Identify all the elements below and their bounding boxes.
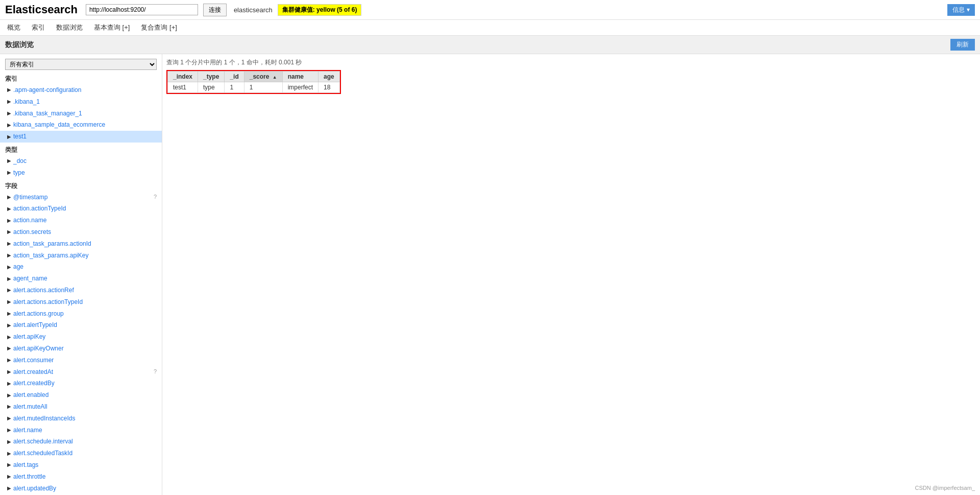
arrow-icon: ▶ [7,275,11,282]
arrow-icon: ▶ [7,310,11,317]
col-age[interactable]: age [318,72,340,82]
arrow-icon: ▶ [7,217,11,224]
arrow-icon: ▶ [7,334,11,341]
sidebar-item-field-alert-actions-group[interactable]: ▶ alert.actions.group [0,308,162,320]
arrow-icon: ▶ [7,380,11,387]
arrow-icon: ▶ [7,415,11,422]
sidebar-item-field-alert-tags[interactable]: ▶ alert.tags [0,459,162,471]
arrow-icon: ▶ [7,228,11,235]
arrow-icon: ▶ [7,357,11,364]
type-section-label: 类型 [0,143,162,155]
sidebar-item-field-action-type-id[interactable]: ▶ action.actionTypeId [0,203,162,215]
sidebar-item-field-action-task-api-key[interactable]: ▶ action_task_params.apiKey [0,250,162,262]
col-score[interactable]: _score ▲ [244,72,282,82]
sidebar-item-kibana1[interactable]: ▶ .kibana_1 [0,96,162,108]
col-type[interactable]: _type [198,72,225,82]
sidebar-item-field-alert-createdat[interactable]: ▶ alert.createdAt ? [0,366,162,378]
sidebar-item-field-action-secrets[interactable]: ▶ action.secrets [0,226,162,238]
sidebar-item-field-alert-throttle[interactable]: ▶ alert.throttle [0,471,162,483]
sidebar-item-field-action-task-action-id[interactable]: ▶ action_task_params.actionId [0,238,162,250]
sidebar: 所有索引 索引 ▶ .apm-agent-configuration ▶ .ki… [0,54,162,495]
arrow-icon: ▶ [7,169,11,176]
arrow-icon: ▶ [7,473,11,480]
sidebar-item-field-alert-actions-actionref[interactable]: ▶ alert.actions.actionRef [0,285,162,296]
sidebar-item-ecommerce[interactable]: ▶ kibana_sample_data_ecommerce [0,119,162,131]
index-select[interactable]: 所有索引 [5,59,157,70]
sidebar-item-field-age[interactable]: ▶ age [0,261,162,273]
sidebar-item-apm[interactable]: ▶ .apm-agent-configuration [0,84,162,96]
nav-indices[interactable]: 索引 [30,22,47,33]
sidebar-item-field-alert-scheduledtaskid[interactable]: ▶ alert.scheduledTaskId [0,447,162,459]
cluster-name: elasticsearch [234,6,273,14]
arrow-icon: ▶ [7,368,11,375]
arrow-icon: ▶ [7,322,11,329]
sidebar-item-field-alert-apikey[interactable]: ▶ alert.apiKey [0,331,162,343]
arrow-icon: ▶ [7,205,11,213]
col-name[interactable]: name [282,72,318,82]
results-tbody: test1type11imperfect18 [168,82,340,93]
arrow-icon: ▶ [7,345,11,352]
url-input[interactable] [86,4,198,15]
arrow-icon: ▶ [7,133,11,140]
arrow-icon: ▶ [7,110,11,117]
arrow-icon: ▶ [7,298,11,305]
nav-overview[interactable]: 概览 [5,22,22,33]
chevron-down-icon: ▾ [967,6,970,13]
nav-data-browser[interactable]: 数据浏览 [54,22,85,33]
arrow-icon: ▶ [7,438,11,445]
nav-complex-query[interactable]: 复合查询 [+] [139,22,179,33]
sidebar-item-field-alert-apikeyowner[interactable]: ▶ alert.apiKeyOwner [0,343,162,355]
arrow-icon: ▶ [7,122,11,129]
query-info: 查询 1 个分片中用的 1 个，1 命中，耗时 0.001 秒 [166,58,976,67]
sort-asc-icon: ▲ [273,75,277,80]
table-row: test1type11imperfect18 [168,82,340,93]
health-badge: 集群健康值: yellow (5 of 6) [278,4,362,16]
question-icon: ? [154,193,157,201]
sidebar-item-field-alert-mutedinstanceids[interactable]: ▶ alert.mutedInstanceIds [0,413,162,425]
results-table: _index _type _id _score ▲ [167,71,340,93]
sidebar-item-type-doc[interactable]: ▶ _doc [0,155,162,167]
sidebar-item-field-agent-name[interactable]: ▶ agent_name [0,273,162,285]
sidebar-item-field-action-name[interactable]: ▶ action.name [0,215,162,226]
arrow-icon: ▶ [7,392,11,399]
sidebar-item-kibana-task[interactable]: ▶ .kibana_task_manager_1 [0,108,162,120]
connect-button[interactable]: 连接 [203,4,227,16]
sidebar-item-type-type[interactable]: ▶ type [0,167,162,179]
arrow-icon: ▶ [7,287,11,294]
arrow-icon: ▶ [7,264,11,271]
sidebar-item-field-alert-createdby[interactable]: ▶ alert.createdBy [0,378,162,389]
arrow-icon: ▶ [7,485,11,492]
arrow-icon: ▶ [7,461,11,468]
index-section-label: 索引 [0,72,162,84]
content-area: 查询 1 个分片中用的 1 个，1 命中，耗时 0.001 秒 _index _… [162,54,980,495]
col-id[interactable]: _id [225,72,244,82]
arrow-icon: ▶ [7,240,11,247]
sidebar-item-field-alert-consumer[interactable]: ▶ alert.consumer [0,355,162,366]
sidebar-item-field-alert-name[interactable]: ▶ alert.name [0,425,162,436]
sidebar-item-field-alert-actions-actiontypeid[interactable]: ▶ alert.actions.actionTypeId [0,296,162,308]
refresh-button[interactable]: 刷新 [950,39,975,51]
watermark: CSDN @imperfectsam_ [915,485,975,491]
info-button[interactable]: 信息 ▾ [947,4,975,16]
arrow-icon: ▶ [7,194,11,201]
arrow-icon: ▶ [7,86,11,93]
sidebar-item-field-alert-muteall[interactable]: ▶ alert.muteAll [0,401,162,413]
col-index[interactable]: _index [168,72,198,82]
app-title: Elasticsearch [5,3,78,16]
arrow-icon: ▶ [7,157,11,164]
nav-basic-query[interactable]: 基本查询 [+] [92,22,132,33]
arrow-icon: ▶ [7,450,11,457]
sidebar-item-field-timestamp[interactable]: ▶ @timestamp ? [0,192,162,203]
info-label: 信息 [952,6,965,14]
arrow-icon: ▶ [7,252,11,259]
sidebar-item-test1[interactable]: ▶ test1 [0,131,162,143]
sidebar-item-field-alert-updatedby[interactable]: ▶ alert.updatedBy [0,483,162,494]
sidebar-item-field-alert-alerttypeid[interactable]: ▶ alert.alertTypeId [0,319,162,331]
arrow-icon: ▶ [7,427,11,434]
arrow-icon: ▶ [7,98,11,105]
index-dropdown-container: 所有索引 [0,57,162,72]
sidebar-item-field-alert-schedule-interval[interactable]: ▶ alert.schedule.interval [0,436,162,447]
sidebar-item-field-alert-enabled[interactable]: ▶ alert.enabled [0,389,162,401]
field-section-label: 字段 [0,179,162,192]
question-icon: ? [154,368,157,375]
